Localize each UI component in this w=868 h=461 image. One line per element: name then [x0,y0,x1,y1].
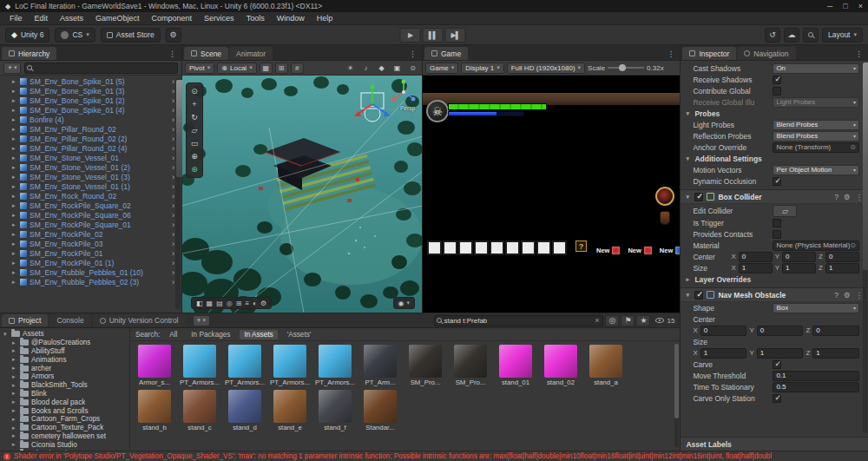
object-picker-icon[interactable]: ⊙ [850,241,856,249]
foldout-arrow-icon[interactable]: ▾ [686,110,691,117]
asset-labels-header[interactable]: Asset Labels [681,437,868,451]
menu-item[interactable]: File [3,14,29,23]
filter-all[interactable]: All [165,330,181,339]
tab-game[interactable]: Game [424,47,468,60]
open-prefab-icon[interactable]: › [172,96,174,105]
folder-item[interactable]: ▸ AbilityStuff [0,347,129,356]
carve-checkbox[interactable] [773,360,781,369]
section-header[interactable]: Probes [694,109,720,118]
inventory-slot[interactable] [521,240,536,255]
camera-view-icon[interactable]: ▣ [391,63,404,74]
open-prefab-icon[interactable]: › [172,278,174,286]
open-prefab-icon[interactable]: › [172,135,174,143]
expand-arrow-icon[interactable]: ▸ [12,356,17,363]
asset-tile[interactable]: PT_Armors... [224,345,266,386]
cloud-icon[interactable]: ☁ [784,28,799,43]
asset-tile[interactable]: SM_Pro... [450,345,491,386]
hierarchy-item[interactable]: ▸ SM_Env_RockPile_03 › [0,239,181,248]
expand-arrow-icon[interactable]: ▸ [12,126,17,133]
expand-arrow-icon[interactable]: ▸ [12,212,17,219]
camera-preview-toggle[interactable]: ◉ ▾ [393,297,416,309]
search-by-label-icon[interactable]: ⚑ [621,315,635,326]
inventory-slot[interactable] [552,240,567,255]
is-trigger-checkbox[interactable] [773,219,781,227]
open-prefab-icon[interactable]: › [172,106,174,115]
asset-tile[interactable]: stand_01 [495,345,536,386]
panel-menu-icon[interactable]: ⋮ [165,49,180,60]
shadows-icon[interactable]: ◐ [253,300,257,307]
hierarchy-item[interactable]: ▸ SM_Env_RockPile_Square_02 › [0,201,181,210]
asset-tile[interactable]: PT_Armors... [179,345,220,386]
effects-toggle-icon[interactable]: ◆ [375,63,388,74]
panel-menu-icon[interactable]: ⋮ [405,49,420,60]
menu-item[interactable]: Edit [29,14,55,23]
expand-arrow-icon[interactable]: ▸ [12,441,17,448]
audio-toggle-icon[interactable]: ♪ [359,63,372,74]
presets-icon[interactable]: ⚙ [844,291,851,300]
asset-tile[interactable]: stand_f [314,390,356,431]
layers-icon[interactable]: ▤ [216,300,223,307]
material-field[interactable]: None (Physics Material)⊙ [773,240,859,251]
rect-tool-icon[interactable]: ▭ [188,137,201,149]
open-prefab-icon[interactable]: › [172,182,174,191]
open-prefab-icon[interactable]: › [172,115,174,124]
expand-arrow-icon[interactable]: ▸ [12,425,17,431]
foldout-arrow-icon[interactable]: ▸ [686,276,691,283]
gizmos-dropdown-icon[interactable]: ⊙ [406,63,419,74]
resolution-dropdown[interactable]: Full HD (1920x1080)▾ [507,63,585,74]
slider-knob[interactable] [619,64,626,71]
size-z-field[interactable]: 1 [825,263,859,273]
component-enabled-checkbox[interactable] [694,291,703,300]
inventory-slot[interactable] [490,240,504,255]
expand-arrow-icon[interactable]: ▸ [12,365,17,372]
menu-item[interactable]: Assets [54,14,89,23]
minimize-button[interactable]: ─ [827,2,832,10]
expand-arrow-icon[interactable]: ▸ [12,183,17,190]
expand-arrow-icon[interactable]: ▸ [12,269,17,276]
create-asset-button[interactable]: + ▾ [193,315,210,326]
menu-item[interactable]: Help [311,14,339,23]
reflection-probes-dropdown[interactable]: Blend Probes [773,131,859,142]
gizmo-visibility-icon[interactable]: ◎ [227,300,233,307]
size-x-field[interactable]: 1 [739,263,773,273]
inventory-slot[interactable] [443,240,457,255]
hierarchy-item[interactable]: ▸ SM_Env_Bone_Spike_01 (4) › [0,105,181,115]
grid-toggle-icon[interactable]: ▦ [260,63,273,74]
shaded-mode-icon[interactable]: ◧ [196,300,203,307]
hierarchy-item[interactable]: ▸ SM_Env_Rubble_Pebbles_02 (3) › [0,277,181,286]
open-prefab-icon[interactable]: › [172,201,174,210]
open-prefab-icon[interactable]: › [172,230,174,239]
expand-arrow-icon[interactable]: ▸ [12,107,17,114]
project-search-input[interactable]: stand t:Prefab × [434,315,603,326]
asset-tile[interactable]: stand_02 [540,345,582,386]
hierarchy-item[interactable]: ▸ SM_Env_Bone_Spike_01 (3) › [0,86,181,95]
hierarchy-item[interactable]: ▸ SM_Env_Stone_Vessel_01 (1) › [0,181,181,191]
expand-arrow-icon[interactable]: ▸ [12,193,17,200]
help-icon[interactable]: ? [834,291,838,300]
expand-arrow-icon[interactable]: ▸ [12,88,17,95]
scale-tool-icon[interactable]: ▱ [188,124,201,136]
tab-inspector[interactable]: Inspector [682,47,736,60]
folder-item[interactable]: ▸ @PaulosCreations [0,339,129,347]
tab-version-control[interactable]: Unity Version Control [93,314,186,326]
open-prefab-icon[interactable]: › [172,259,174,267]
open-prefab-icon[interactable]: › [172,192,174,201]
unity-version-badge[interactable]: ◆ Unity 6 [5,28,49,43]
folder-item[interactable]: ▸ BlackSmith_Tools [0,381,129,390]
receive-gi-dropdown[interactable]: Light Probes [773,97,859,108]
game-mode-dropdown[interactable]: Game▾ [425,63,458,74]
expand-arrow-icon[interactable]: ▾ [3,331,9,338]
open-prefab-icon[interactable]: › [172,173,174,181]
expand-arrow-icon[interactable]: ▸ [12,416,17,423]
center-z-field[interactable]: 0 [825,252,859,262]
game-viewport[interactable]: ☠ ? New [423,76,680,313]
expand-arrow-icon[interactable]: ▸ [12,221,17,228]
maximize-button[interactable]: □ [843,2,847,10]
hierarchy-search-input[interactable] [24,63,178,74]
folder-item[interactable]: ▸ Cartoon_Texture_Pack [0,424,129,432]
foldout-arrow-icon[interactable]: ▾ [686,155,691,162]
tab-animator[interactable]: Animator [229,47,273,60]
folder-item[interactable]: ▸ Ciconia Studio [0,440,129,449]
hierarchy-item[interactable]: ▸ SM_Env_RockPile_Square_06 › [0,210,181,220]
folder-item[interactable]: ▸ Blink [0,390,129,398]
